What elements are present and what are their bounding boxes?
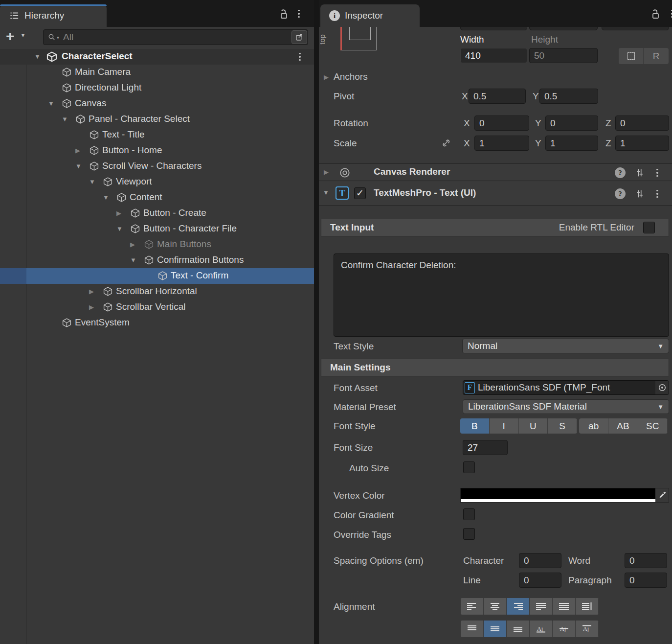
create-add-button[interactable]: + <box>6 28 15 45</box>
hierarchy-item-text-title[interactable]: Text - Title <box>0 127 314 143</box>
font-style-u-button[interactable]: U <box>519 418 548 434</box>
align-flush-button[interactable] <box>553 598 576 615</box>
foldout-icon[interactable]: ▼ <box>62 115 68 123</box>
anchors-foldout-icon[interactable]: ▶ <box>324 73 329 81</box>
scale-y-field[interactable]: 1 <box>545 136 598 151</box>
foldout-icon[interactable]: ▼ <box>103 194 109 201</box>
rotation-x-field[interactable]: 0 <box>474 115 529 131</box>
presets-icon[interactable] <box>634 167 645 178</box>
word-spacing-field[interactable]: 0 <box>625 553 667 568</box>
main-settings-section-header[interactable]: Main Settings <box>321 359 669 376</box>
vertex-color-swatch[interactable] <box>460 488 669 503</box>
raw-edit-mode-button[interactable]: R <box>644 48 669 64</box>
scale-z-field[interactable]: 1 <box>615 136 669 151</box>
broken-link-icon[interactable] <box>440 137 452 151</box>
help-icon[interactable]: ? <box>615 167 626 178</box>
text-input-area[interactable]: Confirm Character Deletion: <box>334 253 669 337</box>
tmp-menu-icon[interactable] <box>654 188 661 199</box>
hierarchy-item-text-confirm[interactable]: Text - Confirm <box>0 268 314 284</box>
scene-header-row[interactable]: ▼ CharacterSelect <box>0 49 314 65</box>
hierarchy-item-button-character-file[interactable]: ▼Button - Character File <box>0 221 314 237</box>
foldout-icon[interactable]: ▶ <box>89 303 94 311</box>
foldout-icon[interactable]: ▶ <box>116 209 121 217</box>
hierarchy-item-directional-light[interactable]: Directional Light <box>0 80 314 96</box>
hierarchy-item-main-camera[interactable]: Main Camera <box>0 65 314 80</box>
align-middle-button[interactable] <box>484 621 507 637</box>
line-spacing-field[interactable]: 0 <box>519 573 561 588</box>
hierarchy-item-canvas[interactable]: ▼Canvas <box>0 96 314 112</box>
foldout-icon[interactable]: ▼ <box>75 162 82 170</box>
font-style-s-button[interactable]: S <box>548 418 577 434</box>
hierarchy-item-content[interactable]: ▼Content <box>0 190 314 206</box>
align-right-button[interactable] <box>507 598 530 615</box>
font-style-ab-button[interactable]: ab <box>579 418 608 434</box>
align-baseline-button[interactable]: Aj <box>530 621 553 637</box>
hierarchy-item-scrollbar-horizontal[interactable]: ▶Scrollbar Horizontal <box>0 284 314 299</box>
foldout-icon[interactable]: ▼ <box>48 100 54 107</box>
scene-menu-icon[interactable] <box>296 51 303 62</box>
canvas-renderer-menu-icon[interactable] <box>654 167 661 178</box>
align-bottom-button[interactable] <box>507 621 530 637</box>
search-input[interactable]: ▾ All <box>43 29 308 45</box>
height-field[interactable]: 50 <box>529 48 598 63</box>
paragraph-spacing-field[interactable]: 0 <box>625 573 667 588</box>
rotation-y-field[interactable]: 0 <box>545 115 598 131</box>
align-justify-button[interactable] <box>530 598 553 615</box>
align-center-button[interactable] <box>484 598 507 615</box>
tmp-foldout-icon[interactable]: ▼ <box>323 189 329 196</box>
canvas-renderer-header[interactable]: ▶ Canvas Renderer ? <box>319 163 672 181</box>
blueprint-mode-button[interactable] <box>619 48 644 64</box>
width-field[interactable]: 410 <box>460 48 527 63</box>
hierarchy-item-button-create[interactable]: ▶Button - Create <box>0 206 314 221</box>
tab-inspector[interactable]: i Inspector <box>320 4 420 27</box>
hierarchy-item-confirmation-buttons[interactable]: ▼Confirmation Buttons <box>0 253 314 268</box>
hierarchy-item-panel-character-select[interactable]: ▼Panel - Character Select <box>0 112 314 127</box>
auto-size-checkbox[interactable] <box>463 461 475 473</box>
tab-hierarchy[interactable]: Hierarchy <box>0 4 107 27</box>
color-gradient-checkbox[interactable] <box>463 508 475 520</box>
font-style-b-button[interactable]: B <box>460 418 490 434</box>
align-left-button[interactable] <box>461 598 484 615</box>
hierarchy-item-scroll-view-characters[interactable]: ▼Scroll View - Characters <box>0 159 314 174</box>
rotation-z-field[interactable]: 0 <box>615 115 669 131</box>
object-picker-icon[interactable] <box>655 381 669 394</box>
hierarchy-item-viewport[interactable]: ▼Viewport <box>0 174 314 190</box>
tmp-help-icon[interactable]: ? <box>615 188 626 199</box>
font-style-i-button[interactable]: I <box>490 418 519 434</box>
font-style-ab-button[interactable]: AB <box>608 418 638 434</box>
font-style-sc-button[interactable]: SC <box>638 418 668 434</box>
hierarchy-item-scrollbar-vertical[interactable]: ▶Scrollbar Vertical <box>0 299 314 315</box>
foldout-icon[interactable]: ▶ <box>130 241 135 248</box>
foldout-icon[interactable]: ▼ <box>89 178 95 185</box>
open-search-window-button[interactable] <box>291 30 307 44</box>
eyedropper-button[interactable] <box>655 488 669 502</box>
hierarchy-item-main-buttons[interactable]: ▶Main Buttons <box>0 237 314 253</box>
tmp-presets-icon[interactable] <box>634 188 645 199</box>
canvas-renderer-foldout-icon[interactable]: ▶ <box>324 168 329 176</box>
tmp-component-header[interactable]: ▼ T TextMeshPro - Text (UI) ? <box>319 182 672 206</box>
foldout-icon[interactable]: ▼ <box>116 225 123 232</box>
override-tags-checkbox[interactable] <box>463 528 475 540</box>
align-capline-button[interactable]: Aj <box>576 621 599 637</box>
pivot-x-field[interactable]: 0.5 <box>469 89 526 104</box>
lock-icon[interactable] <box>278 8 290 23</box>
tmp-enabled-checkbox[interactable] <box>354 187 366 199</box>
text-style-dropdown[interactable]: Normal ▼ <box>462 339 669 353</box>
scale-x-field[interactable]: 1 <box>474 136 529 151</box>
panel-splitter[interactable] <box>314 0 319 644</box>
inspector-menu-icon[interactable] <box>669 8 672 19</box>
font-asset-object-field[interactable]: F LiberationSans SDF (TMP_Font <box>463 380 669 395</box>
inspector-lock-icon[interactable] <box>650 8 661 23</box>
text-input-section-header[interactable]: Text Input Enable RTL Editor <box>321 219 669 236</box>
character-spacing-field[interactable]: 0 <box>519 553 561 568</box>
create-dropdown-caret-icon[interactable]: ▾ <box>22 32 24 39</box>
align-geometry-center-button[interactable] <box>576 598 599 615</box>
foldout-icon[interactable]: ▶ <box>75 147 80 154</box>
hierarchy-item-eventsystem[interactable]: EventSystem <box>0 315 314 331</box>
font-size-field[interactable]: 27 <box>463 440 508 455</box>
hierarchy-menu-icon[interactable] <box>295 8 302 19</box>
pivot-y-field[interactable]: 0.5 <box>539 89 598 104</box>
material-preset-dropdown[interactable]: LiberationSans SDF Material ▼ <box>463 399 669 414</box>
foldout-icon[interactable]: ▶ <box>89 288 94 295</box>
rtl-editor-checkbox[interactable] <box>643 222 655 233</box>
